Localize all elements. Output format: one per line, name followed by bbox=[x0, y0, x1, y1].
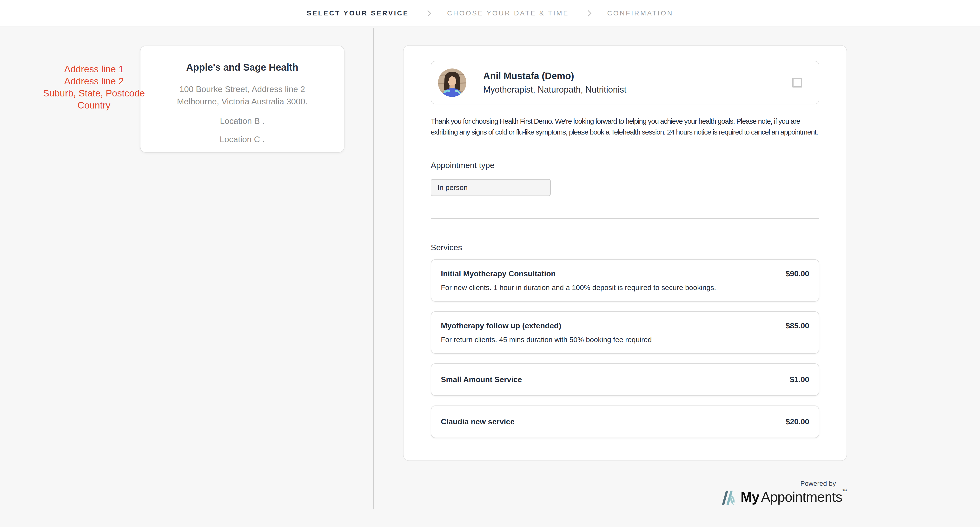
step-confirmation[interactable]: CONFIRMATION bbox=[607, 10, 673, 17]
business-location-b: Location B . bbox=[160, 116, 325, 126]
service-name: Myotherapy follow up (extended) bbox=[441, 321, 561, 330]
practitioner-info: Anil Mustafa (Demo) Myotherapist, Naturo… bbox=[483, 71, 626, 95]
intro-text: Thank you for choosing Health First Demo… bbox=[431, 116, 819, 137]
note-line: Address line 2 bbox=[36, 75, 152, 87]
service-price: $1.00 bbox=[790, 375, 809, 384]
business-address: 100 Bourke Street, Address line 2 Melbou… bbox=[160, 83, 325, 107]
service-card[interactable]: Claudia new service $20.00 bbox=[431, 406, 819, 438]
section-divider bbox=[431, 218, 819, 219]
stepper-bar: SELECT YOUR SERVICE CHOOSE YOUR DATE & T… bbox=[0, 0, 980, 27]
business-location-c: Location C . bbox=[160, 134, 325, 144]
service-card[interactable]: Initial Myotherapy Consultation $90.00 F… bbox=[431, 259, 819, 302]
practitioner-photo bbox=[438, 69, 466, 97]
select-practitioner-checkbox[interactable] bbox=[792, 78, 802, 88]
step-select-service[interactable]: SELECT YOUR SERVICE bbox=[307, 10, 409, 17]
booking-panel: Anil Mustafa (Demo) Myotherapist, Naturo… bbox=[403, 45, 847, 461]
practitioner-roles: Myotherapist, Naturopath, Nutritionist bbox=[483, 85, 626, 95]
chevron-right-icon bbox=[425, 10, 431, 17]
appointment-type-value: In person bbox=[438, 184, 468, 192]
chevron-right-icon bbox=[585, 10, 592, 17]
my-appointments-logo-icon bbox=[721, 489, 737, 505]
step-choose-date-time[interactable]: CHOOSE YOUR DATE & TIME bbox=[447, 10, 569, 17]
service-card[interactable]: Myotherapy follow up (extended) $85.00 F… bbox=[431, 311, 819, 354]
brand-appointments: Appointments bbox=[761, 489, 842, 505]
note-line: Address line 1 bbox=[36, 63, 152, 75]
service-price: $90.00 bbox=[786, 269, 809, 278]
footer-brand: Powered by My Appointments ™ bbox=[678, 480, 847, 505]
service-price: $85.00 bbox=[786, 321, 809, 330]
service-name: Small Amount Service bbox=[441, 375, 522, 384]
service-description: For new clients. 1 hour in duration and … bbox=[441, 284, 809, 292]
business-card: Apple's and Sage Health 100 Bourke Stree… bbox=[140, 46, 345, 153]
note-line: Suburb, State, Postcode bbox=[36, 87, 152, 99]
appointment-type-label: Appointment type bbox=[431, 161, 819, 170]
brand-my: My bbox=[741, 489, 759, 505]
brand-row: My Appointments ™ bbox=[678, 489, 847, 505]
powered-by-label: Powered by bbox=[678, 480, 847, 487]
business-name: Apple's and Sage Health bbox=[160, 62, 325, 73]
services-label: Services bbox=[431, 243, 819, 252]
note-line: Country bbox=[36, 99, 152, 112]
appointment-type-select[interactable]: In person bbox=[431, 179, 551, 196]
service-card[interactable]: Small Amount Service $1.00 bbox=[431, 363, 819, 396]
service-name: Initial Myotherapy Consultation bbox=[441, 269, 555, 278]
practitioner-name: Anil Mustafa (Demo) bbox=[483, 71, 626, 81]
service-description: For return clients. 45 mins duration wit… bbox=[441, 335, 809, 344]
service-name: Claudia new service bbox=[441, 417, 515, 426]
service-price: $20.00 bbox=[786, 417, 809, 426]
vertical-divider bbox=[373, 28, 374, 509]
brand-trademark: ™ bbox=[842, 489, 847, 494]
address-placeholder-note: Address line 1 Address line 2 Suburb, St… bbox=[36, 63, 152, 112]
practitioner-card[interactable]: Anil Mustafa (Demo) Myotherapist, Naturo… bbox=[431, 61, 819, 104]
